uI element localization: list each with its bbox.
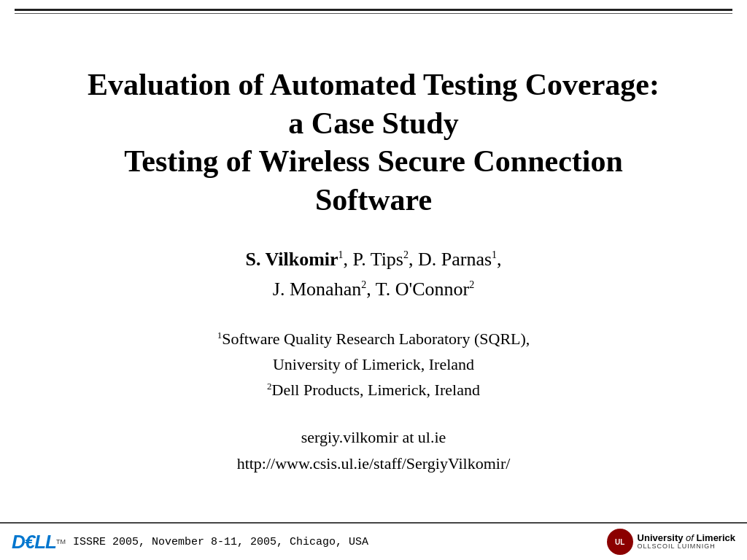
university-subtitle: OLLSCOIL LUIMNIGH (638, 543, 735, 551)
affiliations-block: 1Software Quality Research Laboratory (S… (217, 326, 530, 403)
title-line4: Software (315, 183, 432, 217)
affil-sup-4: 2 (361, 279, 366, 290)
top-line-thin (15, 13, 732, 14)
slide-title: Evaluation of Automated Testing Coverage… (88, 66, 659, 219)
authors-block: S. Vilkomir1, P. Tips2, D. Parnas1, J. M… (245, 245, 501, 304)
affil-number-2: 2 (267, 381, 272, 392)
affil-sup-1: 1 (338, 250, 344, 261)
affil-sup-2: 2 (403, 250, 409, 261)
affil-sup-3: 1 (492, 250, 497, 261)
ul-crest-text: UL (615, 538, 624, 546)
top-decorative-bar (0, 0, 747, 20)
slide-content: Evaluation of Automated Testing Coverage… (0, 20, 747, 522)
title-line1: Evaluation of Automated Testing Coverage… (88, 68, 659, 101)
website-url: http://www.csis.ul.ie/staff/SergiyVilkom… (237, 454, 511, 472)
contact-block: sergiy.vilkomir at ul.ie http://www.csis… (237, 424, 511, 475)
dell-trademark: TM (56, 538, 66, 545)
title-line2: a Case Study (288, 106, 458, 140)
first-author-name: S. Vilkomir (245, 249, 338, 270)
dell-logo-text: D€LL (12, 531, 56, 553)
footer-bar: D€LLTM ISSRE 2005, November 8-11, 2005, … (0, 522, 747, 560)
affil-sup-5: 2 (469, 279, 474, 290)
title-line3: Testing of Wireless Secure Connection (124, 144, 623, 178)
dell-logo: D€LLTM (12, 531, 66, 553)
affil-number-1: 1 (217, 330, 222, 341)
top-line-thick (15, 9, 732, 11)
university-logo: UL University of Limerick OLLSCOIL LUIMN… (607, 529, 735, 555)
conference-info: ISSRE 2005, November 8-11, 2005, Chicago… (73, 536, 368, 548)
email-address: sergiy.vilkomir at ul.ie (301, 428, 446, 446)
ul-crest: UL (607, 529, 633, 555)
ul-text-block: University of Limerick OLLSCOIL LUIMNIGH (638, 533, 735, 551)
footer-left: D€LLTM ISSRE 2005, November 8-11, 2005, … (12, 531, 368, 553)
university-name: University of Limerick (638, 533, 735, 543)
